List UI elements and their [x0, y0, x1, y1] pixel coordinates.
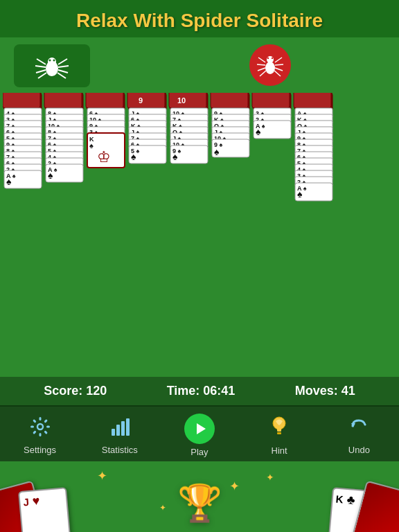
svg-marker-196	[197, 423, 206, 434]
sparkle-4: ✦	[266, 472, 274, 483]
svg-text:9: 9	[139, 96, 143, 105]
deco-card-left2: J ♥	[18, 487, 72, 532]
svg-point-183	[37, 424, 43, 429]
settings-icon	[30, 416, 51, 442]
col-7[interactable]: 3 ♠ 2 ♠ A ♠ ♠	[252, 93, 291, 139]
svg-text:♠: ♠	[89, 141, 94, 150]
svg-line-15	[257, 64, 265, 65]
svg-line-14	[258, 57, 265, 62]
col-4[interactable]: J ♠ 6 ♠ K ♠ J ♠ 7 ♠ 6 ♠ 5 ♠ ♠	[127, 93, 166, 163]
toolbar: Settings Statistics Play	[0, 405, 399, 461]
svg-rect-52	[44, 93, 82, 108]
svg-line-4	[36, 70, 46, 73]
col-6[interactable]: 9 ♠ K ♠ Q ♠ J ♠ 10 ♠ 9 ♠ ♠	[211, 93, 249, 157]
svg-rect-184	[39, 417, 41, 420]
undo-label: Undo	[348, 445, 370, 455]
svg-rect-76	[86, 93, 123, 108]
col-1[interactable]: 4 ♠ 3 ♠ 7 ♠ 6 ♠ 5 ♠ 9 ♠ 8 ♠ 7 ♠ 6 ♠ 2 ♠ …	[3, 93, 42, 188]
svg-text:♠: ♠	[214, 146, 220, 157]
svg-line-20	[275, 68, 283, 71]
svg-point-10	[49, 59, 51, 61]
title-bar: Relax With Spider Solitaire	[0, 0, 399, 37]
spider-logo-right	[255, 50, 285, 80]
svg-point-12	[265, 62, 275, 74]
time-display: Time: 06:41	[167, 384, 236, 398]
settings-button[interactable]: Settings	[16, 416, 64, 455]
svg-rect-191	[33, 419, 37, 423]
svg-line-9	[57, 73, 66, 78]
undo-button[interactable]: Undo	[335, 416, 383, 455]
svg-rect-186	[46, 425, 50, 427]
statistics-button[interactable]: Statistics	[96, 416, 144, 455]
settings-label: Settings	[24, 445, 56, 455]
svg-line-17	[260, 71, 266, 76]
score-display: Score: 120	[44, 384, 107, 398]
svg-rect-188	[39, 433, 41, 436]
svg-point-22	[267, 57, 269, 59]
logo-left	[14, 44, 90, 87]
undo-icon	[348, 416, 369, 442]
svg-rect-189	[33, 430, 37, 434]
svg-rect-109	[169, 93, 206, 108]
svg-point-1	[48, 57, 56, 66]
col-8[interactable]: A ♠ K ♠ Q ♠ J ♠ 9 ♠ 8 ♠ 7 ♠ 6 ♠ 5 ♠ 4 ♠ …	[294, 93, 332, 201]
svg-line-7	[58, 66, 69, 67]
play-icon	[184, 414, 215, 444]
game-area: 4 ♠ 3 ♠ 7 ♠ 6 ♠ 5 ♠ 9 ♠ 8 ♠ 7 ♠ 6 ♠ 2 ♠ …	[0, 37, 399, 377]
score-bar: Score: 120 Time: 06:41 Moves: 41	[0, 377, 399, 405]
svg-line-16	[258, 68, 265, 71]
svg-rect-199	[277, 432, 281, 434]
svg-line-21	[274, 71, 281, 76]
svg-text:10: 10	[177, 96, 186, 105]
spider-logo-left	[31, 51, 73, 82]
svg-rect-91	[127, 93, 165, 108]
hint-icon	[269, 416, 290, 443]
play-label: Play	[190, 447, 208, 457]
svg-point-23	[272, 57, 273, 59]
moves-display: Moves: 41	[295, 384, 355, 398]
logo-right	[249, 44, 291, 86]
sparkle-2: ✦	[229, 479, 240, 494]
svg-line-2	[37, 59, 46, 64]
time-value: 06:41	[203, 384, 235, 398]
svg-line-5	[38, 73, 46, 78]
svg-rect-26	[3, 93, 40, 108]
svg-text:♠: ♠	[172, 151, 178, 162]
svg-rect-192	[112, 429, 115, 436]
svg-text:♠: ♠	[6, 176, 12, 187]
svg-text:♔: ♔	[97, 148, 111, 166]
svg-rect-190	[30, 425, 34, 427]
svg-rect-143	[252, 93, 290, 108]
statistics-icon	[109, 416, 130, 442]
svg-rect-198	[277, 428, 281, 432]
hint-label: Hint	[272, 445, 287, 456]
svg-line-8	[58, 70, 68, 73]
score-value: 120	[86, 384, 107, 398]
col-2[interactable]: 8 ♠ J ♠ 10 ♠ 8 ♠ 7 ♠ 6 ♠ 5 ♠ 4 ♠ 2 ♠ A ♠…	[44, 93, 83, 182]
svg-rect-153	[294, 93, 331, 108]
svg-text:♠: ♠	[297, 188, 303, 200]
svg-point-13	[267, 56, 274, 63]
statistics-label: Statistics	[102, 445, 138, 455]
svg-rect-193	[116, 425, 120, 436]
col-5[interactable]: 10 ♠ 7 ♠ K ♠ Q ♠ J ♠ 10 ♠ 9 ♠ ♠	[169, 93, 208, 163]
svg-rect-127	[211, 93, 248, 108]
page-title: Relax With Spider Solitaire	[7, 10, 392, 32]
hint-button[interactable]: Hint	[255, 416, 303, 456]
svg-line-6	[58, 59, 67, 64]
sparkle-1: ✦	[97, 468, 107, 484]
moves-value: 41	[342, 384, 355, 398]
col-3[interactable]: 6 ♠ 10 ♠ 9 ♠ 3 ♠ K ♠ ♔	[86, 93, 125, 168]
sparkle-3: ✦	[159, 503, 166, 513]
trophy-icon: 🏆	[177, 482, 222, 524]
bottom-decoration: J ♥ 🏆 ✦ ✦ ✦ ✦ K ♣	[0, 461, 399, 532]
svg-rect-187	[44, 430, 48, 434]
game-board-svg[interactable]: 4 ♠ 3 ♠ 7 ♠ 6 ♠ 5 ♠ 9 ♠ 8 ♠ 7 ♠ 6 ♠ 2 ♠ …	[3, 93, 396, 370]
svg-rect-185	[44, 419, 48, 423]
svg-line-19	[275, 64, 283, 65]
svg-text:♠: ♠	[131, 151, 136, 162]
svg-line-18	[275, 57, 282, 62]
svg-line-3	[35, 66, 46, 67]
play-button[interactable]: Play	[175, 414, 224, 457]
svg-rect-195	[126, 418, 130, 436]
